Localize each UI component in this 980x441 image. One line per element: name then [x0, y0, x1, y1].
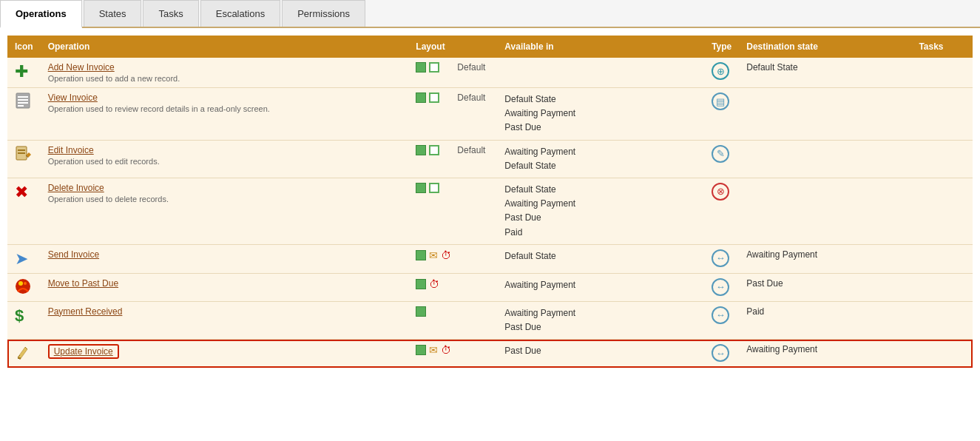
- row-tasks: [911, 140, 973, 178]
- layout-grid2-icon: [429, 183, 439, 193]
- operation-link[interactable]: Edit Invoice: [48, 145, 94, 155]
- row-type: ↔: [704, 273, 739, 301]
- row-icon: [7, 140, 41, 178]
- state-item: Past Due: [504, 344, 697, 358]
- state-item: Paid: [504, 226, 697, 240]
- operation-link[interactable]: Add New Invoice: [48, 62, 115, 73]
- state-item: Default State: [504, 183, 697, 197]
- layout-grid-icon: [416, 345, 426, 355]
- row-available: Awaiting PaymentDefault State: [497, 140, 704, 178]
- state-item: Awaiting Payment: [504, 145, 697, 159]
- row-icon: ➤: [7, 244, 41, 273]
- layout-grid2-icon: [429, 145, 439, 155]
- state-item: Awaiting Payment: [504, 278, 697, 292]
- operation-link[interactable]: View Invoice: [48, 92, 98, 103]
- row-tasks: [911, 244, 973, 273]
- destination-state: Awaiting Payment: [746, 249, 817, 260]
- available-states: Default StateAwaiting PaymentPast DuePai…: [504, 183, 697, 240]
- row-operation: Update Invoice: [41, 340, 409, 368]
- row-type: ✎: [704, 140, 739, 178]
- row-icon: $: [7, 301, 41, 339]
- operation-desc: Operation used to add a new record.: [48, 74, 402, 83]
- layout-text: Default: [457, 92, 485, 103]
- destination-state: Paid: [746, 306, 764, 317]
- clock-icon: ⏱: [429, 278, 439, 290]
- tab-tasks[interactable]: Tasks: [143, 0, 198, 27]
- table-row: View InvoiceOperation used to review rec…: [7, 88, 973, 141]
- tab-escalations[interactable]: Escalations: [200, 0, 280, 27]
- table-row: ➤Send Invoice✉⏱Default State↔Awaiting Pa…: [7, 244, 973, 273]
- row-destination: Default State: [739, 58, 911, 88]
- table-row: Move to Past Due⏱Awaiting Payment↔Past D…: [7, 273, 973, 301]
- table-row: Update Invoice✉⏱Past Due↔Awaiting Paymen…: [7, 340, 973, 368]
- destination-state: Awaiting Payment: [746, 344, 817, 354]
- svg-rect-4: [18, 105, 24, 107]
- layout-grid2-icon: [429, 92, 439, 103]
- layout-grid-icon: [416, 92, 426, 103]
- available-states: Default State: [504, 249, 697, 263]
- tab-operations[interactable]: Operations: [0, 0, 82, 28]
- row-available: Awaiting PaymentPast Due: [497, 301, 704, 339]
- layout-grid2-icon: [429, 62, 439, 73]
- operation-link[interactable]: Update Invoice: [54, 346, 113, 357]
- col-type: Type: [704, 36, 739, 58]
- row-type: ↔: [704, 301, 739, 339]
- row-tasks: [911, 301, 973, 339]
- row-available: Default StateAwaiting PaymentPast Due: [497, 88, 704, 141]
- row-layout: Default: [408, 88, 497, 141]
- layout-grid-icon: [416, 183, 426, 193]
- clock-icon: ⏱: [441, 344, 451, 356]
- tab-permissions[interactable]: Permissions: [282, 0, 365, 27]
- row-layout: ✉⏱: [408, 340, 497, 368]
- col-available: Available in: [497, 36, 704, 58]
- row-available: Past Due: [497, 340, 704, 368]
- row-type: ↔: [704, 340, 739, 368]
- state-item: Default State: [504, 249, 697, 263]
- row-destination: [739, 140, 911, 178]
- row-operation: Move to Past Due: [41, 273, 409, 301]
- state-item: Awaiting Payment: [504, 306, 697, 320]
- operation-desc: Operation used to review record details …: [48, 104, 402, 113]
- operation-link[interactable]: Payment Received: [48, 306, 123, 317]
- row-operation: Delete InvoiceOperation used to delete r…: [41, 178, 409, 244]
- table-row: $Payment ReceivedAwaiting PaymentPast Du…: [7, 301, 973, 339]
- state-item: Past Due: [504, 320, 697, 334]
- row-tasks: [911, 88, 973, 141]
- row-type: ⊗: [704, 178, 739, 244]
- destination-state: Default State: [746, 62, 797, 73]
- svg-rect-3: [18, 102, 28, 104]
- row-operation: Payment Received: [41, 301, 409, 339]
- row-destination: [739, 88, 911, 141]
- row-destination: Past Due: [739, 273, 911, 301]
- row-available: Default State: [497, 244, 704, 273]
- row-destination: Awaiting Payment: [739, 244, 911, 273]
- row-icon: [7, 273, 41, 301]
- clock-icon: ⏱: [441, 249, 451, 261]
- available-states: Awaiting PaymentPast Due: [504, 306, 697, 334]
- row-layout: [408, 301, 497, 339]
- state-item: Awaiting Payment: [504, 197, 697, 211]
- svg-point-12: [24, 282, 27, 285]
- row-available: Awaiting Payment: [497, 273, 704, 301]
- svg-rect-7: [18, 152, 25, 154]
- table-row: ✚Add New InvoiceOperation used to add a …: [7, 58, 973, 88]
- tab-states[interactable]: States: [84, 0, 142, 27]
- col-operation: Operation: [41, 36, 409, 58]
- row-operation: View InvoiceOperation used to review rec…: [41, 88, 409, 141]
- operation-desc: Operation used to edit records.: [48, 157, 402, 166]
- destination-state: Past Due: [746, 278, 783, 289]
- svg-rect-6: [18, 149, 25, 151]
- operation-link[interactable]: Move to Past Due: [48, 278, 118, 289]
- operation-link[interactable]: Delete Invoice: [48, 183, 104, 193]
- email-icon: ✉: [429, 249, 438, 261]
- row-icon: ✚: [7, 58, 41, 88]
- state-item: Past Due: [504, 121, 697, 135]
- row-operation: Edit InvoiceOperation used to edit recor…: [41, 140, 409, 178]
- state-item: Default State: [504, 159, 697, 173]
- operation-link[interactable]: Send Invoice: [48, 249, 99, 260]
- row-layout: ✉⏱: [408, 244, 497, 273]
- row-destination: [739, 178, 911, 244]
- available-states: Awaiting Payment: [504, 278, 697, 292]
- operations-table-container: Icon Operation Layout Available in Type …: [0, 28, 980, 375]
- svg-rect-1: [18, 96, 28, 98]
